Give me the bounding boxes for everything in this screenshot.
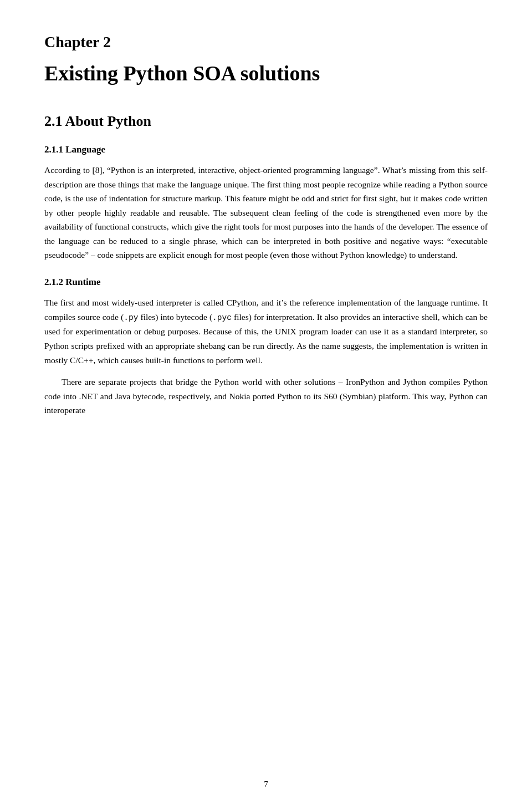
page-number: 7 (264, 780, 268, 789)
py-code: .py (124, 313, 138, 322)
subsection-2-1-1-heading: 2.1.1 Language (44, 144, 488, 155)
subsection-2-1-2-paragraph1: The first and most widely-used interpret… (44, 296, 488, 367)
subsection-2-1-1: 2.1.1 Language According to [8], “Python… (44, 144, 488, 262)
section-2-1: 2.1 About Python (44, 113, 488, 130)
pyc-code: .pyc (212, 313, 232, 322)
subsection-2-1-1-paragraph: According to [8], “Python is an interpre… (44, 163, 488, 262)
chapter-title: Existing Python SOA solutions (44, 61, 488, 85)
page: Chapter 2 Existing Python SOA solutions … (0, 0, 532, 809)
section-2-1-heading: 2.1 About Python (44, 113, 488, 130)
subsection-2-1-2-heading: 2.1.2 Runtime (44, 277, 488, 288)
runtime-text-2: files) into bytecode ( (138, 312, 212, 322)
subsection-2-1-2-paragraph2: There are separate projects that bridge … (44, 375, 488, 418)
chapter-label: Chapter 2 (44, 33, 488, 51)
subsection-2-1-2: 2.1.2 Runtime The first and most widely-… (44, 277, 488, 418)
